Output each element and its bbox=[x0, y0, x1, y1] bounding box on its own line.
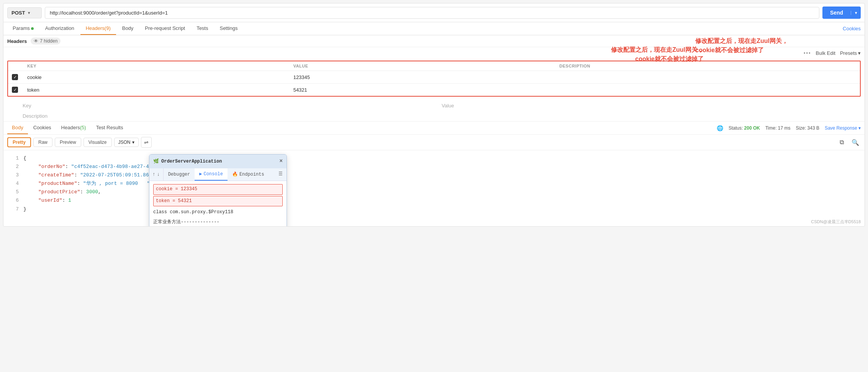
headers-label: Headers bbox=[7, 38, 27, 44]
debug-popup-header: 🌿 OrderServerApplication × bbox=[149, 155, 287, 168]
body-section: Body Cookies Headers(5) Test Results 🌐 S… bbox=[3, 121, 865, 217]
tab-params[interactable]: Params bbox=[7, 22, 39, 35]
tab-body[interactable]: Body bbox=[117, 22, 139, 35]
table-header-row: KEY VALUE DESCRIPTION bbox=[8, 61, 860, 71]
body-tabs: Body Cookies Headers(5) Test Results 🌐 S… bbox=[3, 122, 865, 135]
endpoints-icon: 🔥 bbox=[232, 171, 238, 178]
json-line-2: 2 "orderNo": "c4f52eac-d473-4b98-ae27-42… bbox=[7, 163, 861, 171]
debug-close-btn[interactable]: × bbox=[280, 157, 283, 166]
json-viewer: 1{ 2 "orderNo": "c4f52eac-d473-4b98-ae27… bbox=[3, 150, 865, 217]
nav-tabs: Params Authorization Headers(9) Body Pre… bbox=[3, 22, 865, 35]
visualize-btn[interactable]: Visualize bbox=[84, 138, 112, 147]
tab-headers-response[interactable]: Headers(5) bbox=[57, 122, 91, 134]
wrap-btn[interactable]: ⇌ bbox=[141, 137, 152, 148]
json-line-3: 3 "createTime": "2022-07-25T05:09:51.865… bbox=[7, 171, 861, 179]
method-label: POST bbox=[11, 10, 25, 16]
key-input-row: Key Value bbox=[3, 100, 865, 112]
time-value: 17 ms bbox=[778, 125, 791, 131]
format-select[interactable]: JSON ▾ bbox=[114, 138, 139, 147]
presets-link[interactable]: Presets ▾ bbox=[840, 50, 861, 56]
debug-content: cookie = 123345 token = 54321 class com.… bbox=[149, 181, 287, 226]
json-line-6: 6 "userId": 1 bbox=[7, 196, 861, 205]
size-label: Size: 343 B bbox=[796, 125, 819, 131]
tab-authorization[interactable]: Authorization bbox=[40, 22, 80, 35]
debug-icon: 🌿 bbox=[153, 158, 159, 165]
raw-btn[interactable]: Raw bbox=[33, 138, 52, 147]
headers-table: KEY VALUE DESCRIPTION ✓ cookie 123345 ✓ bbox=[7, 61, 861, 97]
empty-description-row: Description bbox=[3, 112, 865, 121]
watermark: CSDN@凌晨三点半D5518 bbox=[3, 217, 865, 226]
top-bar: POST ▾ Send ▾ bbox=[3, 3, 865, 22]
console-play-icon: ▶ bbox=[199, 170, 202, 178]
debug-tab-debugger[interactable]: Debugger bbox=[164, 168, 195, 181]
checkbox-cookie[interactable]: ✓ bbox=[12, 74, 18, 80]
time-label: Time: 17 ms bbox=[765, 125, 791, 131]
preview-btn[interactable]: Preview bbox=[55, 138, 81, 147]
json-line-5: 5 "productPrice": 3000, bbox=[7, 188, 861, 196]
annotation-line2: cookie就不会被过滤掉了 bbox=[695, 46, 788, 55]
tab-settings[interactable]: Settings bbox=[214, 22, 243, 35]
debug-nav-up[interactable]: ↑ bbox=[152, 169, 156, 180]
annotation-line1: 修改配置之后，现在走Zuul网关， bbox=[695, 36, 788, 46]
col-value-header: VALUE bbox=[293, 64, 560, 68]
status-label: Status: 200 OK bbox=[729, 125, 760, 131]
globe-icon: 🌐 bbox=[717, 125, 723, 131]
dots-menu[interactable]: ••• bbox=[804, 50, 811, 56]
empty-value[interactable]: Value bbox=[442, 103, 861, 109]
checkbox-token[interactable]: ✓ bbox=[12, 87, 18, 93]
copy-icon[interactable]: ⧉ bbox=[836, 137, 847, 148]
size-value: 343 B bbox=[807, 125, 819, 131]
content-area: 修改配置之后，现在走Zuul网关， cookie就不会被过滤掉了 ••• Bul… bbox=[3, 49, 865, 217]
json-line-7: 7} bbox=[7, 205, 861, 214]
response-status: 🌐 Status: 200 OK Time: 17 ms Size: 343 B… bbox=[717, 125, 861, 131]
debug-popup: 🌿 OrderServerApplication × ↑ ↓ Debugger bbox=[149, 154, 287, 227]
send-button[interactable]: Send ▾ bbox=[822, 7, 861, 19]
tab-cookies-response[interactable]: Cookies bbox=[29, 122, 56, 134]
method-select[interactable]: POST ▾ bbox=[7, 7, 42, 18]
debug-title-area: 🌿 OrderServerApplication bbox=[153, 158, 222, 165]
status-value: 200 OK bbox=[744, 125, 760, 131]
annotation-block: 修改配置之后，现在走Zuul网关， cookie就不会被过滤掉了 bbox=[695, 36, 788, 55]
save-response-btn[interactable]: Save Response ▾ bbox=[825, 125, 861, 131]
debug-popup-tabs: ↑ ↓ Debugger ▶ Console 🔥 Endpoints bbox=[149, 168, 287, 181]
hidden-badge: 👁 7 hidden bbox=[31, 38, 61, 44]
json-line-4: 4 "productName": "华为 , port = 8090 ", bbox=[7, 179, 861, 188]
hidden-count: 7 hidden bbox=[40, 38, 57, 44]
table-row: ✓ cookie 123345 bbox=[8, 71, 860, 84]
tab-prerequest[interactable]: Pre-request Script bbox=[139, 22, 190, 35]
format-bar: Pretty Raw Preview Visualize JSON ▾ ⇌ ⧉ … bbox=[3, 135, 865, 150]
params-dot bbox=[31, 27, 34, 30]
cookies-link[interactable]: Cookies bbox=[843, 26, 861, 31]
method-chevron: ▾ bbox=[28, 11, 30, 15]
empty-description: Description bbox=[23, 113, 47, 119]
send-chevron: ▾ bbox=[851, 11, 861, 15]
col-key-header: KEY bbox=[27, 64, 293, 68]
value-cookie: 123345 bbox=[293, 74, 560, 80]
debug-line-normal: 正常业务方法-------------- bbox=[153, 217, 283, 227]
tab-tests[interactable]: Tests bbox=[191, 22, 213, 35]
key-token: token bbox=[27, 87, 293, 93]
debug-tab-menu[interactable]: ☰ bbox=[275, 168, 287, 181]
key-cookie: cookie bbox=[27, 74, 293, 80]
empty-key[interactable]: Key bbox=[23, 103, 442, 109]
tab-headers[interactable]: Headers(9) bbox=[80, 22, 116, 35]
pretty-btn[interactable]: Pretty bbox=[7, 137, 31, 147]
col-desc-header: DESCRIPTION bbox=[559, 64, 825, 68]
debug-line-token: token = 54321 bbox=[153, 196, 283, 207]
debug-menu-icon: ☰ bbox=[278, 171, 283, 177]
eye-icon: 👁 bbox=[34, 38, 38, 44]
tab-test-results[interactable]: Test Results bbox=[92, 122, 128, 134]
debug-line-cookie: cookie = 123345 bbox=[153, 184, 283, 195]
debug-title: OrderServerApplication bbox=[161, 158, 222, 165]
value-token: 54321 bbox=[293, 87, 560, 93]
debug-tab-console[interactable]: ▶ Console bbox=[195, 168, 228, 181]
main-container: POST ▾ Send ▾ Params Authorization Heade… bbox=[3, 3, 865, 227]
search-icon[interactable]: 🔍 bbox=[850, 137, 861, 148]
json-line-1: 1{ bbox=[7, 154, 861, 163]
bulk-edit-link[interactable]: Bulk Edit bbox=[816, 50, 835, 56]
tab-body-response[interactable]: Body bbox=[7, 122, 28, 134]
debug-nav-down[interactable]: ↓ bbox=[156, 169, 161, 180]
url-input[interactable] bbox=[45, 7, 819, 19]
debug-line-proxy: class com.sun.proxy.$Proxy118 bbox=[153, 207, 283, 217]
debug-tab-endpoints[interactable]: 🔥 Endpoints bbox=[228, 168, 269, 181]
